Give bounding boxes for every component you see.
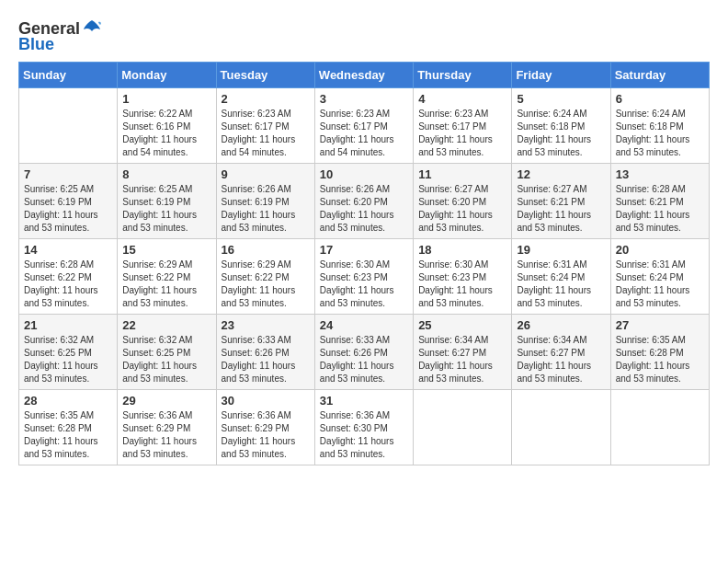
day-number: 8: [122, 167, 210, 181]
day-number: 15: [122, 243, 210, 257]
calendar-cell: 5Sunrise: 6:24 AM Sunset: 6:18 PM Daylig…: [512, 88, 610, 164]
day-number: 25: [418, 318, 506, 332]
day-info: Sunrise: 6:27 AM Sunset: 6:21 PM Dayligh…: [517, 183, 605, 235]
day-number: 16: [222, 243, 310, 257]
day-info: Sunrise: 6:25 AM Sunset: 6:19 PM Dayligh…: [24, 183, 112, 235]
day-info: Sunrise: 6:31 AM Sunset: 6:24 PM Dayligh…: [517, 259, 605, 310]
calendar-cell: 26Sunrise: 6:34 AM Sunset: 6:27 PM Dayli…: [512, 315, 610, 390]
day-info: Sunrise: 6:35 AM Sunset: 6:28 PM Dayligh…: [616, 334, 704, 385]
day-info: Sunrise: 6:29 AM Sunset: 6:22 PM Dayligh…: [222, 259, 310, 310]
day-info: Sunrise: 6:36 AM Sunset: 6:29 PM Dayligh…: [222, 409, 310, 461]
calendar-cell: 28Sunrise: 6:35 AM Sunset: 6:28 PM Dayli…: [19, 390, 118, 465]
day-info: Sunrise: 6:30 AM Sunset: 6:23 PM Dayligh…: [320, 259, 408, 310]
calendar-day-header: Sunday: [19, 63, 118, 88]
calendar-cell: [512, 390, 610, 465]
day-number: 11: [418, 167, 506, 181]
calendar-week-row: 1Sunrise: 6:22 AM Sunset: 6:16 PM Daylig…: [19, 88, 710, 164]
calendar-cell: 6Sunrise: 6:24 AM Sunset: 6:18 PM Daylig…: [610, 88, 709, 164]
calendar-cell: 14Sunrise: 6:28 AM Sunset: 6:22 PM Dayli…: [19, 239, 118, 315]
calendar-cell: 16Sunrise: 6:29 AM Sunset: 6:22 PM Dayli…: [216, 239, 314, 315]
calendar-day-header: Monday: [118, 63, 216, 88]
day-number: 9: [222, 167, 310, 181]
day-info: Sunrise: 6:36 AM Sunset: 6:29 PM Dayligh…: [122, 409, 210, 461]
day-info: Sunrise: 6:23 AM Sunset: 6:17 PM Dayligh…: [418, 108, 506, 159]
day-number: 5: [517, 92, 605, 106]
calendar-day-header: Friday: [512, 63, 610, 88]
logo-bird-icon: [82, 18, 102, 39]
day-info: Sunrise: 6:28 AM Sunset: 6:22 PM Dayligh…: [24, 259, 112, 310]
calendar-cell: 31Sunrise: 6:36 AM Sunset: 6:30 PM Dayli…: [314, 390, 413, 465]
day-info: Sunrise: 6:33 AM Sunset: 6:26 PM Dayligh…: [320, 334, 408, 385]
day-number: 20: [616, 243, 704, 257]
calendar-cell: 29Sunrise: 6:36 AM Sunset: 6:29 PM Dayli…: [118, 390, 216, 465]
calendar-cell: 27Sunrise: 6:35 AM Sunset: 6:28 PM Dayli…: [610, 315, 709, 390]
day-number: 19: [517, 243, 605, 257]
calendar-cell: 9Sunrise: 6:26 AM Sunset: 6:19 PM Daylig…: [216, 164, 314, 239]
calendar-cell: 21Sunrise: 6:32 AM Sunset: 6:25 PM Dayli…: [19, 315, 118, 390]
day-info: Sunrise: 6:35 AM Sunset: 6:28 PM Dayligh…: [24, 409, 112, 461]
day-info: Sunrise: 6:32 AM Sunset: 6:25 PM Dayligh…: [24, 334, 112, 385]
calendar-cell: 24Sunrise: 6:33 AM Sunset: 6:26 PM Dayli…: [314, 315, 413, 390]
day-info: Sunrise: 6:30 AM Sunset: 6:23 PM Dayligh…: [418, 259, 506, 310]
calendar-week-row: 21Sunrise: 6:32 AM Sunset: 6:25 PM Dayli…: [19, 315, 710, 390]
calendar-cell: 11Sunrise: 6:27 AM Sunset: 6:20 PM Dayli…: [414, 164, 512, 239]
calendar-cell: [610, 390, 709, 465]
day-info: Sunrise: 6:26 AM Sunset: 6:19 PM Dayligh…: [222, 183, 310, 235]
calendar-day-header: Thursday: [414, 63, 512, 88]
day-number: 12: [517, 167, 605, 181]
day-number: 28: [24, 394, 112, 408]
day-number: 30: [222, 394, 310, 408]
day-number: 29: [122, 394, 210, 408]
day-number: 26: [517, 318, 605, 332]
calendar-cell: 1Sunrise: 6:22 AM Sunset: 6:16 PM Daylig…: [118, 88, 216, 164]
calendar-cell: 12Sunrise: 6:27 AM Sunset: 6:21 PM Dayli…: [512, 164, 610, 239]
page-header: General Blue: [18, 18, 710, 54]
day-info: Sunrise: 6:24 AM Sunset: 6:18 PM Dayligh…: [616, 108, 704, 159]
day-info: Sunrise: 6:25 AM Sunset: 6:19 PM Dayligh…: [122, 183, 210, 235]
day-number: 21: [24, 318, 112, 332]
day-info: Sunrise: 6:32 AM Sunset: 6:25 PM Dayligh…: [122, 334, 210, 385]
day-number: 31: [320, 394, 408, 408]
calendar-cell: 25Sunrise: 6:34 AM Sunset: 6:27 PM Dayli…: [414, 315, 512, 390]
calendar-cell: 22Sunrise: 6:32 AM Sunset: 6:25 PM Dayli…: [118, 315, 216, 390]
calendar-cell: 10Sunrise: 6:26 AM Sunset: 6:20 PM Dayli…: [314, 164, 413, 239]
day-info: Sunrise: 6:26 AM Sunset: 6:20 PM Dayligh…: [320, 183, 408, 235]
day-number: 23: [222, 318, 310, 332]
day-info: Sunrise: 6:28 AM Sunset: 6:21 PM Dayligh…: [616, 183, 704, 235]
day-info: Sunrise: 6:23 AM Sunset: 6:17 PM Dayligh…: [222, 108, 310, 159]
day-number: 22: [122, 318, 210, 332]
day-info: Sunrise: 6:34 AM Sunset: 6:27 PM Dayligh…: [517, 334, 605, 385]
day-number: 3: [320, 92, 408, 106]
logo-blue-text: Blue: [18, 35, 54, 54]
calendar-day-header: Wednesday: [314, 63, 413, 88]
calendar-cell: 15Sunrise: 6:29 AM Sunset: 6:22 PM Dayli…: [118, 239, 216, 315]
day-number: 13: [616, 167, 704, 181]
calendar-header-row: SundayMondayTuesdayWednesdayThursdayFrid…: [19, 63, 710, 88]
calendar-cell: 13Sunrise: 6:28 AM Sunset: 6:21 PM Dayli…: [610, 164, 709, 239]
day-number: 17: [320, 243, 408, 257]
day-number: 24: [320, 318, 408, 332]
day-info: Sunrise: 6:29 AM Sunset: 6:22 PM Dayligh…: [122, 259, 210, 310]
calendar-day-header: Saturday: [610, 63, 709, 88]
day-number: 14: [24, 243, 112, 257]
calendar-cell: 18Sunrise: 6:30 AM Sunset: 6:23 PM Dayli…: [414, 239, 512, 315]
day-number: 27: [616, 318, 704, 332]
calendar-table: SundayMondayTuesdayWednesdayThursdayFrid…: [18, 62, 710, 465]
day-number: 1: [122, 92, 210, 106]
calendar-week-row: 14Sunrise: 6:28 AM Sunset: 6:22 PM Dayli…: [19, 239, 710, 315]
logo: General Blue: [18, 18, 102, 54]
calendar-cell: 30Sunrise: 6:36 AM Sunset: 6:29 PM Dayli…: [216, 390, 314, 465]
calendar-cell: 7Sunrise: 6:25 AM Sunset: 6:19 PM Daylig…: [19, 164, 118, 239]
day-number: 10: [320, 167, 408, 181]
day-info: Sunrise: 6:22 AM Sunset: 6:16 PM Dayligh…: [122, 108, 210, 159]
calendar-cell: [19, 88, 118, 164]
day-info: Sunrise: 6:33 AM Sunset: 6:26 PM Dayligh…: [222, 334, 310, 385]
day-info: Sunrise: 6:34 AM Sunset: 6:27 PM Dayligh…: [418, 334, 506, 385]
calendar-cell: 23Sunrise: 6:33 AM Sunset: 6:26 PM Dayli…: [216, 315, 314, 390]
day-info: Sunrise: 6:23 AM Sunset: 6:17 PM Dayligh…: [320, 108, 408, 159]
day-number: 18: [418, 243, 506, 257]
day-info: Sunrise: 6:27 AM Sunset: 6:20 PM Dayligh…: [418, 183, 506, 235]
calendar-cell: 20Sunrise: 6:31 AM Sunset: 6:24 PM Dayli…: [610, 239, 709, 315]
calendar-day-header: Tuesday: [216, 63, 314, 88]
calendar-cell: 8Sunrise: 6:25 AM Sunset: 6:19 PM Daylig…: [118, 164, 216, 239]
